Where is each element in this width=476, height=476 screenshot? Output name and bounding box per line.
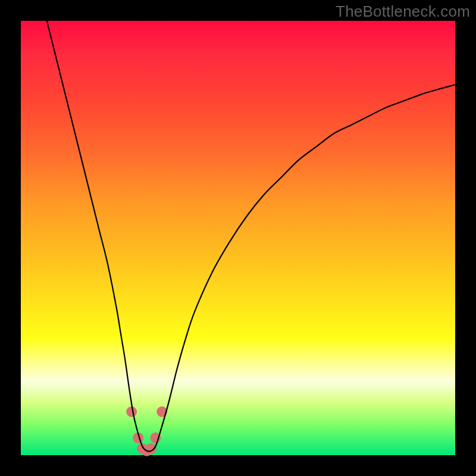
curve-marker xyxy=(146,443,156,454)
marker-group xyxy=(126,406,167,456)
bottleneck-curve xyxy=(47,21,455,452)
curve-layer xyxy=(21,21,455,455)
chart-frame: TheBottleneck.com xyxy=(0,0,476,476)
curve-marker xyxy=(126,406,137,417)
watermark-text: TheBottleneck.com xyxy=(336,2,470,21)
